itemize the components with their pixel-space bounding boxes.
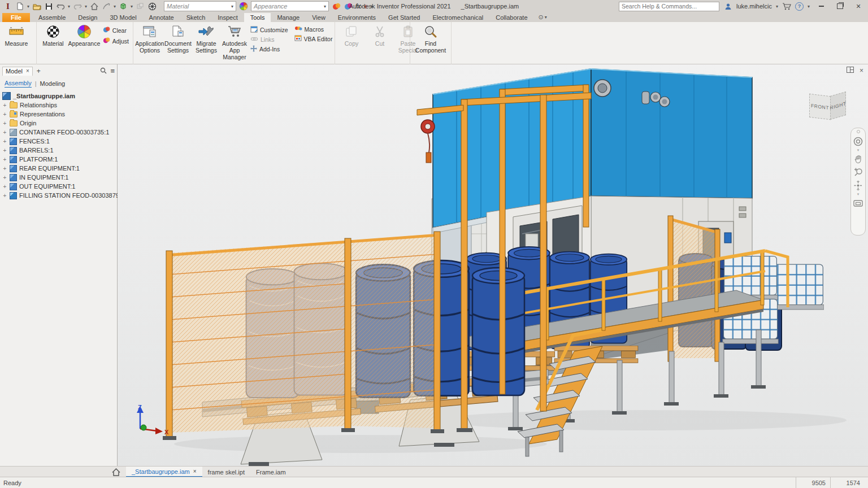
tree-item-fences[interactable]: + FENCES:1 xyxy=(2,137,117,146)
measure-button[interactable]: Measure xyxy=(2,24,31,47)
material-dropdown[interactable]: Material ▾ xyxy=(164,1,236,11)
redo-icon[interactable] xyxy=(73,2,82,11)
undo-icon[interactable] xyxy=(56,2,65,11)
browser-menu-icon[interactable]: ≡ xyxy=(110,67,115,75)
add-icon[interactable]: + xyxy=(363,2,368,11)
help-icon[interactable]: ? xyxy=(795,2,804,11)
tab-manage[interactable]: Manage xyxy=(271,13,306,22)
navbar-handle[interactable] xyxy=(857,130,860,133)
viewcube-front-face[interactable]: FRONT xyxy=(809,94,831,120)
clear-button[interactable]: Clear xyxy=(103,26,129,34)
tree-item-relationships[interactable]: + Relationships xyxy=(2,101,117,110)
tree-item-barrels[interactable]: + BARRELS:1 xyxy=(2,146,117,155)
doc-tab-startbaugruppe[interactable]: _Startbaugruppe.iam × xyxy=(126,467,202,477)
qat-more-caret[interactable]: ▾ xyxy=(371,4,373,9)
appearance-wheel-icon[interactable] xyxy=(239,2,248,11)
tree-item-in-equipment[interactable]: + IN EQUIPMENT:1 xyxy=(2,173,117,182)
browser-mode-modeling[interactable]: Modeling xyxy=(40,80,66,87)
full-navigation-wheel-icon[interactable] xyxy=(853,136,863,146)
tree-item-representations[interactable]: + Representations xyxy=(2,110,117,119)
tab-sketch[interactable]: Sketch xyxy=(180,13,212,22)
doc-tab-frame-skel[interactable]: frame skel.ipt xyxy=(202,467,250,477)
sketch-icon[interactable] xyxy=(102,2,111,11)
parameters-fx-icon[interactable]: fx xyxy=(355,2,361,10)
addins-button[interactable]: Add-Ins xyxy=(250,45,288,53)
pan-icon[interactable] xyxy=(853,154,863,164)
minimize-button[interactable] xyxy=(814,1,828,12)
vba-editor-button[interactable]: VBA Editor xyxy=(294,35,333,42)
undo-caret[interactable]: ▾ xyxy=(68,4,70,9)
customize-button[interactable]: Customize xyxy=(250,26,288,34)
tree-item-out-equipment[interactable]: + OUT EQUIPMENT:1 xyxy=(2,182,117,191)
browser-mode-assembly[interactable]: Assembly xyxy=(5,80,32,88)
appearance-dropdown[interactable]: Appearance ▾ xyxy=(251,1,329,11)
macros-button[interactable]: Macros xyxy=(294,26,333,33)
tree-item-origin[interactable]: + Origin xyxy=(2,119,117,128)
browser-search-icon[interactable] xyxy=(100,67,107,75)
new-document-icon[interactable] xyxy=(15,2,24,11)
expander-icon[interactable]: + xyxy=(2,165,7,172)
app-store-cart-icon[interactable] xyxy=(782,2,791,11)
tab-inspect[interactable]: Inspect xyxy=(211,13,244,22)
new-caret[interactable]: ▾ xyxy=(27,4,29,9)
expander-icon[interactable]: + xyxy=(2,147,7,154)
close-icon[interactable]: × xyxy=(193,468,197,474)
browser-tab-model[interactable]: Model × xyxy=(2,67,33,76)
expander-icon[interactable]: + xyxy=(2,102,7,108)
tab-tools[interactable]: Tools xyxy=(244,13,271,22)
expander-icon[interactable]: + xyxy=(2,111,7,117)
home-view-icon[interactable] xyxy=(90,2,99,11)
add-browser-tab-button[interactable]: + xyxy=(33,67,45,75)
close-button[interactable]: × xyxy=(851,1,866,12)
orbit-icon[interactable] xyxy=(853,180,863,190)
cut-button[interactable]: Cut xyxy=(366,24,394,47)
viewport-close-icon[interactable]: × xyxy=(860,67,863,75)
adjust-button[interactable]: Adjust xyxy=(103,37,129,45)
tab-view[interactable]: View xyxy=(306,13,332,22)
zoom-icon[interactable] xyxy=(853,167,863,177)
nav-caret[interactable]: ▾ xyxy=(857,193,860,195)
expander-icon[interactable]: + xyxy=(2,175,7,181)
tree-root[interactable]: _Startbaugruppe.iam xyxy=(2,91,117,101)
tree-item-container[interactable]: + CONTAINER FEOD-00303735:1 xyxy=(2,128,117,137)
viewcube-right-face[interactable]: RIGHT xyxy=(830,91,846,120)
settings-wheel-icon[interactable] xyxy=(147,2,157,11)
sketch-caret[interactable]: ▾ xyxy=(114,4,116,9)
clear-appearance-icon[interactable] xyxy=(344,2,353,11)
material-button[interactable]: Material xyxy=(39,24,67,47)
screencast-record-control[interactable]: ⊙▾ xyxy=(534,14,552,22)
tab-assemble[interactable]: Assemble xyxy=(32,13,72,22)
copy-button[interactable]: Copy xyxy=(337,24,366,47)
part-caret[interactable]: ▾ xyxy=(131,4,133,9)
open-icon[interactable] xyxy=(32,2,41,11)
help-caret[interactable]: ▾ xyxy=(808,4,810,9)
expander-icon[interactable]: + xyxy=(2,129,7,136)
tab-environments[interactable]: Environments xyxy=(332,13,382,22)
redo-caret[interactable]: ▾ xyxy=(85,4,87,9)
tree-item-platform[interactable]: + PLATFORM:1 xyxy=(2,155,117,164)
nav-caret[interactable]: ▾ xyxy=(857,149,860,151)
save-icon[interactable] xyxy=(44,2,53,11)
expander-icon[interactable]: + xyxy=(2,156,7,163)
doc-tab-frame[interactable]: Frame.iam xyxy=(250,467,292,477)
restore-button[interactable] xyxy=(832,1,847,12)
expander-icon[interactable]: + xyxy=(2,120,7,127)
appearance-button[interactable]: Appearance xyxy=(67,24,101,47)
tab-electromechanical[interactable]: Electromechanical xyxy=(426,13,489,22)
home-tab-icon[interactable] xyxy=(112,468,120,476)
tab-file[interactable]: File xyxy=(2,13,30,22)
tab-3d-model[interactable]: 3D Model xyxy=(104,13,143,22)
document-settings-button[interactable]: Document Settings xyxy=(164,24,192,54)
tree-item-rear-equipment[interactable]: + REAR EQUIPMENT:1 xyxy=(2,164,117,173)
tab-collaborate[interactable]: Collaborate xyxy=(489,13,533,22)
search-input[interactable] xyxy=(619,2,719,11)
migrate-settings-button[interactable]: Migrate Settings xyxy=(192,24,220,54)
tab-get-started[interactable]: Get Started xyxy=(382,13,426,22)
app-manager-button[interactable]: Autodesk App Manager xyxy=(220,24,249,61)
expander-icon[interactable]: + xyxy=(2,184,7,190)
tab-annotate[interactable]: Annotate xyxy=(143,13,180,22)
close-icon[interactable]: × xyxy=(26,68,29,74)
links-button[interactable]: Links xyxy=(250,36,288,43)
expander-icon[interactable]: + xyxy=(2,193,7,199)
safety-fence-left[interactable] xyxy=(163,232,444,440)
